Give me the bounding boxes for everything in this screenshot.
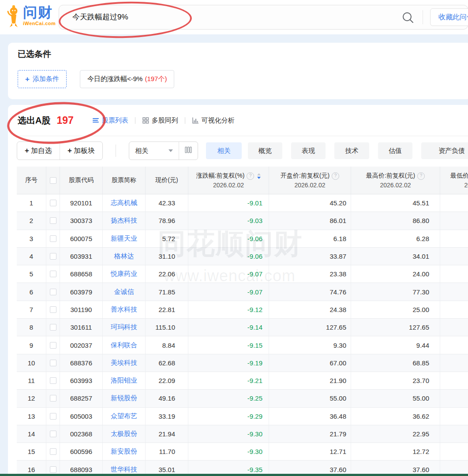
watchlist-button-group: + 加自选 + 加板块 [17, 141, 103, 160]
stock-name-link[interactable]: 新安股份 [103, 443, 146, 460]
row-checkbox[interactable] [50, 342, 56, 349]
row-checkbox[interactable] [50, 306, 56, 313]
row-select [46, 230, 60, 247]
col-header-code[interactable]: 股票代码 [60, 167, 103, 194]
stock-name-link[interactable]: 新锐股份 [103, 390, 146, 407]
stock-name-link[interactable]: 悦康药业 [103, 265, 146, 283]
change-percent: -9.30 [188, 443, 269, 460]
favorite-query-button[interactable]: 收藏此问句 [430, 8, 468, 26]
current-price: 31.10 [146, 248, 188, 265]
view-tab-1[interactable]: 股票列表 [92, 116, 128, 125]
row-checkbox[interactable] [50, 377, 56, 384]
col-header-name[interactable]: 股票简称 [103, 167, 146, 194]
help-icon[interactable]: ? [247, 172, 254, 180]
row-checkbox[interactable] [50, 217, 56, 224]
category-tab-3[interactable]: 表现 [291, 142, 326, 159]
conditions-card: 已选条件 + 添加条件 今日的涨跌幅<-9% (197个) [8, 43, 468, 99]
col-header-price[interactable]: 现价(元) [146, 167, 188, 194]
open-price: 86.01 [269, 212, 351, 229]
add-board-button[interactable]: + 加板块 [60, 142, 102, 160]
column-set-group: 相关 [129, 141, 198, 160]
stock-name-link[interactable]: 扬杰科技 [103, 212, 146, 229]
col-header-low[interactable]: 最低价:前复权(元)? 2026.02.02 [440, 167, 468, 194]
current-price: 22.09 [146, 372, 188, 389]
open-price: 74.76 [269, 283, 351, 300]
condition-chip[interactable]: 今日的涨跌幅<-9% (197个) [80, 70, 174, 88]
stock-name-link[interactable]: 保利联合 [103, 336, 146, 353]
row-checkbox[interactable] [50, 200, 56, 206]
stock-table: 序号 股票代码 股票简称 现价(元) 涨跌幅:前复权(%) ? 2026.02.… [17, 167, 468, 476]
category-tab-4[interactable]: 技术 [334, 142, 369, 159]
row-checkbox[interactable] [50, 431, 56, 437]
stock-name-link[interactable]: 金诚信 [103, 283, 146, 300]
category-tab-1[interactable]: 相关 [206, 142, 242, 159]
iwencai-logo[interactable]: 问财 iWenCai.com [6, 4, 56, 30]
col-header-open[interactable]: 开盘价:前复权(元)? 2026.02.02 [269, 167, 351, 194]
stock-code: 920101 [60, 194, 103, 212]
row-checkbox[interactable] [50, 360, 56, 366]
stock-name-link[interactable]: 新疆天业 [103, 230, 146, 247]
high-price: 12.72 [351, 443, 440, 460]
stock-name-link[interactable]: 志高机械 [103, 194, 146, 212]
row-checkbox[interactable] [50, 271, 56, 277]
stock-code: 603979 [60, 283, 103, 300]
row-checkbox[interactable] [50, 253, 56, 260]
category-tab-2[interactable]: 概览 [248, 142, 282, 159]
results-title: 选出A股 [18, 115, 50, 126]
row-index: 2 [17, 212, 46, 229]
row-checkbox[interactable] [50, 235, 56, 242]
stock-code: 603931 [60, 248, 103, 265]
row-select [46, 265, 60, 283]
current-price: 115.10 [146, 319, 188, 336]
row-index: 9 [17, 336, 46, 353]
col-header-chg[interactable]: 涨跌幅:前复权(%) ? 2026.02.02 [188, 167, 269, 194]
row-index: 8 [17, 319, 46, 336]
stock-name-link[interactable]: 太极股份 [103, 425, 146, 443]
dropdown-value: 相关 [135, 147, 148, 155]
table-row: 7301190善水科技22.81-9.1224.3825.00 [17, 301, 468, 319]
stock-name-link[interactable]: 格林达 [103, 248, 146, 265]
sort-desc-icon [257, 177, 261, 179]
stock-name-link[interactable]: 众望布艺 [103, 408, 146, 425]
row-checkbox[interactable] [50, 289, 56, 295]
row-select [46, 425, 60, 443]
view-tab-3[interactable]: 可视化分析 [192, 116, 235, 125]
stock-name-link[interactable]: 善水科技 [103, 301, 146, 318]
select-all-checkbox[interactable] [50, 177, 56, 184]
row-select [46, 301, 60, 318]
high-price: 25.00 [351, 301, 440, 318]
row-select [46, 372, 60, 389]
column-settings-button[interactable] [179, 142, 198, 160]
help-icon[interactable]: ? [417, 172, 425, 180]
search-box[interactable]: 今天跌幅超过9% 收藏此问句 [59, 5, 468, 30]
stock-name-link[interactable]: 美埃科技 [103, 354, 146, 372]
change-percent: -9.29 [188, 408, 269, 425]
current-price: 49.16 [146, 390, 188, 407]
add-condition-button[interactable]: + 添加条件 [18, 70, 67, 88]
row-index: 3 [17, 230, 46, 247]
row-checkbox[interactable] [50, 395, 56, 402]
search-icon[interactable] [401, 11, 415, 26]
low-price [440, 390, 468, 407]
high-price: 22.95 [351, 425, 440, 443]
stock-name-link[interactable]: 洛阳钼业 [103, 372, 146, 389]
stock-code: 300373 [60, 212, 103, 229]
column-set-dropdown[interactable]: 相关 [129, 142, 179, 160]
category-tab-6[interactable]: 资产负债 [421, 142, 468, 159]
table-row: 6603979金诚信71.85-9.0774.7677.30 [17, 283, 468, 301]
stock-name-link[interactable]: 珂玛科技 [103, 319, 146, 336]
col-header-high[interactable]: 最高价:前复权(元)? 2026.02.02 [351, 167, 440, 194]
row-checkbox[interactable] [50, 466, 56, 473]
row-checkbox[interactable] [50, 413, 56, 420]
open-price: 6.18 [269, 230, 351, 247]
help-icon[interactable]: ? [332, 172, 339, 180]
category-tab-5[interactable]: 估值 [378, 142, 412, 159]
view-tab-2[interactable]: 多股同列 [142, 116, 178, 125]
search-query-text[interactable]: 今天跌幅超过9% [72, 5, 128, 29]
sort-control[interactable] [257, 173, 261, 179]
brand-name: 问财 [23, 4, 56, 20]
row-checkbox[interactable] [50, 324, 56, 331]
row-checkbox[interactable] [50, 448, 56, 455]
brand-domain: iWenCai.com [23, 21, 56, 26]
add-watchlist-button[interactable]: + 加自选 [17, 142, 60, 160]
